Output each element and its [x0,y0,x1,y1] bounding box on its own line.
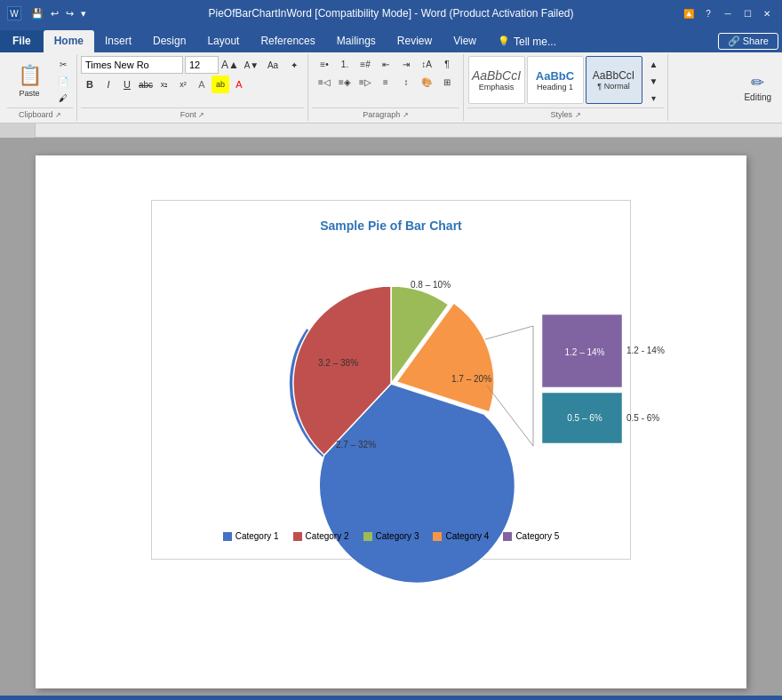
bar-right-label1: 1.2 - 14% [626,346,665,355]
font-group: A▲ A▼ Aa ✦ B I U abc x₂ x² A ab A Font ↗ [77,54,308,121]
qat-dropdown[interactable]: ▾ [78,6,89,21]
format-painter-button[interactable]: 🖌 [53,90,73,106]
subscript-button[interactable]: x₂ [156,76,173,93]
styles-expand-button[interactable]: ▾ [644,90,664,106]
ribbon: File Home Insert Design Layout Reference… [0,27,782,123]
chart-container[interactable]: Sample Pie of Bar Chart [151,200,631,560]
legend-label-cat2: Category 2 [306,531,349,541]
font-group-content: A▲ A▼ Aa ✦ B I U abc x₂ x² A ab A [81,56,304,106]
clear-formatting-button[interactable]: ✦ [284,57,304,73]
font-color-button[interactable]: A [230,76,248,93]
editing-pencil-icon: ✏ [751,73,764,92]
text-effects-button[interactable]: A [193,76,211,93]
window-controls: 🔼 ? ─ ☐ ✕ [681,6,775,20]
legend-label-cat1: Category 1 [235,531,279,541]
decrease-indent-button[interactable]: ⇤ [376,56,395,72]
tab-home[interactable]: Home [44,30,94,52]
legend-color-cat4 [433,532,442,541]
numbering-button[interactable]: 1. [335,56,355,72]
editing-label: Editing [744,92,771,102]
sort-button[interactable]: ↕A [417,56,436,72]
share-button[interactable]: 🔗 Share [718,33,778,50]
legend-label-cat5: Category 5 [515,531,559,541]
clipboard-label: Clipboard ↗ [7,107,73,119]
decrease-font-button[interactable]: A▼ [242,57,261,73]
tab-design[interactable]: Design [142,30,196,52]
paste-button[interactable]: 📋 Paste [7,56,52,106]
ruler [0,123,782,138]
normal-label: ¶ Normal [597,82,629,91]
ribbon-tabs: File Home Insert Design Layout Reference… [0,27,782,52]
align-right-button[interactable]: ≡▷ [355,74,375,90]
close-button[interactable]: ✕ [759,6,775,20]
increase-indent-button[interactable]: ⇥ [396,56,416,72]
tab-file[interactable]: File [0,30,44,52]
pie-chart-svg: 3.2 – 38% 0.8 – 10% 1.7 – 20% 2.7 – 32% … [258,251,524,517]
ruler-corner[interactable] [0,123,36,138]
show-formatting-button[interactable]: ¶ [437,56,457,72]
legend-cat5: Category 5 [503,531,559,541]
save-qat-button[interactable]: 💾 [28,6,46,21]
bar-right-label2: 0.5 - 6% [626,413,659,423]
paragraph-group-content: ≡• 1. ≡# ⇤ ⇥ ↕A ¶ ≡◁ ≡◈ ≡▷ ≡ ↕ 🎨 ⊞ [315,56,457,106]
align-left-button[interactable]: ≡◁ [315,74,334,90]
emphasis-style[interactable]: AaBbCcI Emphasis [468,56,525,104]
legend-color-cat2 [293,532,302,541]
justify-button[interactable]: ≡ [376,74,395,90]
shading-button[interactable]: 🎨 [417,74,436,90]
normal-style[interactable]: AaBbCcI ¶ Normal [586,56,642,104]
help-button[interactable]: ? [700,6,716,20]
undo-qat-button[interactable]: ↩ [48,6,61,21]
chart-legend: Category 1 Category 2 Category 3 Categor… [170,531,612,541]
ribbon-content: 📋 Paste ✂ 📄 🖌 Clipboard ↗ A▲ A▼ A [0,52,782,123]
cut-button[interactable]: ✂ [53,56,73,72]
increase-font-button[interactable]: A▲ [220,57,240,73]
title-bar: W 💾 ↩ ↪ ▾ PieOfBarChartInWord [Compatibi… [0,0,782,27]
align-buttons-row: ≡◁ ≡◈ ≡▷ ≡ ↕ 🎨 ⊞ [315,74,457,90]
styles-up-button[interactable]: ▲ [644,56,664,72]
label-cat1: 2.7 – 32% [336,440,376,449]
styles-label: Styles ↗ [467,107,664,119]
heading1-style[interactable]: AaBbC Heading 1 [527,56,584,104]
borders-button[interactable]: ⊞ [437,74,457,90]
tab-review[interactable]: Review [387,30,443,52]
document-title: PieOfBarChartInWord [Compatibility Mode]… [208,7,573,20]
align-center-button[interactable]: ≡◈ [335,74,355,90]
tab-layout[interactable]: Layout [196,30,250,52]
tab-view[interactable]: View [443,30,487,52]
strikethrough-button[interactable]: abc [137,76,155,93]
redo-qat-button[interactable]: ↪ [63,6,76,21]
superscript-button[interactable]: x² [174,76,192,93]
underline-button[interactable]: U [118,76,136,93]
font-family-input[interactable] [81,56,183,74]
chart-title: Sample Pie of Bar Chart [170,219,612,233]
bar-cat5-label: 1.2 – 14% [564,347,604,357]
heading1-preview: AaBbC [536,69,574,83]
line-spacing-button[interactable]: ↕ [396,74,416,90]
font-size-input[interactable] [185,56,219,74]
font-label: Font ↗ [81,107,304,119]
legend-color-cat1 [223,532,232,541]
legend-label-cat4: Category 4 [445,531,489,541]
chart-area: 3.2 – 38% 0.8 – 10% 1.7 – 20% 2.7 – 32% … [170,251,612,517]
restore-button[interactable]: ☐ [739,6,755,20]
ruler-svg [36,124,782,137]
tab-mailings[interactable]: Mailings [326,30,387,52]
bold-button[interactable]: B [81,76,99,93]
italic-button[interactable]: I [100,76,117,93]
page: Sample Pie of Bar Chart [36,155,746,688]
normal-preview: AaBbCcI [593,69,634,82]
minimize-button[interactable]: ─ [720,6,736,20]
bullets-button[interactable]: ≡• [315,56,334,72]
styles-down-button[interactable]: ▼ [644,73,664,89]
tab-insert[interactable]: Insert [94,30,142,52]
legend-cat1: Category 1 [223,531,279,541]
tab-references[interactable]: References [250,30,325,52]
multilevel-list-button[interactable]: ≡# [355,56,375,72]
copy-button[interactable]: 📄 [53,73,73,89]
highlight-button[interactable]: ab [211,76,229,93]
legend-cat4: Category 4 [433,531,489,541]
change-case-button[interactable]: Aa [263,57,283,73]
ribbon-collapse-button[interactable]: 🔼 [681,6,697,20]
tab-tell-me[interactable]: 💡 Tell me... [487,30,567,52]
